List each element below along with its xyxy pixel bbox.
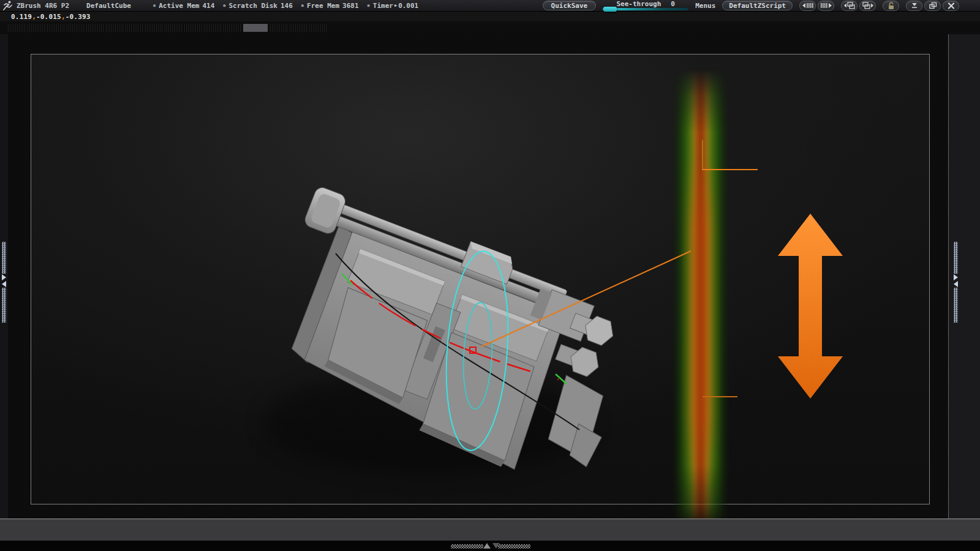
quicksave-button[interactable]: QuickSave xyxy=(543,1,597,10)
stat-timer: ● Timer ▶ 0.001 xyxy=(368,2,419,10)
zbrush-logo-icon xyxy=(2,1,13,10)
divider-arrows[interactable] xyxy=(2,274,6,287)
see-through-slider[interactable]: See-through 0 xyxy=(603,1,688,10)
see-through-track[interactable] xyxy=(603,8,688,10)
cascade-left-icon xyxy=(843,1,856,10)
left-tray-divider[interactable] xyxy=(2,34,7,519)
shelf-row xyxy=(0,21,980,34)
title-bar: ZBrush 4R6 P2 DefaultCube ● Active Mem 4… xyxy=(0,0,980,12)
stat-label: Timer xyxy=(373,2,393,10)
minimize-button[interactable] xyxy=(906,1,922,11)
shelf-segment-striped[interactable] xyxy=(270,24,287,32)
divider-buttons xyxy=(799,1,834,11)
shelf-segment-striped[interactable] xyxy=(126,24,143,32)
triangle-marker-icon: ▶ xyxy=(394,3,397,8)
bottom-scroll-strip xyxy=(0,541,980,551)
divider-right-icon xyxy=(820,2,832,9)
shelf-segments xyxy=(8,24,326,32)
see-through-value: 0 xyxy=(671,1,675,7)
right-tray-edge xyxy=(948,34,980,519)
cursor-coordinates: 0.119,-0.015,-0.393 xyxy=(11,13,91,21)
minimize-icon xyxy=(910,2,919,9)
coord-y: -0.015 xyxy=(36,13,61,21)
shelf-segment-striped[interactable] xyxy=(86,24,104,32)
restore-icon xyxy=(929,2,937,10)
arrow-left-icon xyxy=(954,281,958,287)
stat-label: Active Mem xyxy=(159,2,199,10)
default-zscript-button[interactable]: DefaultZScript xyxy=(722,1,793,10)
see-through-label: See-through xyxy=(616,1,661,7)
status-row: 0.119,-0.015,-0.393 xyxy=(0,12,980,21)
window-cascade-right-button[interactable] xyxy=(859,1,876,11)
arrow-right-icon xyxy=(954,274,958,280)
arrow-left-icon xyxy=(2,281,6,287)
bullet-icon: ● xyxy=(368,4,370,8)
stat-value: 0.001 xyxy=(398,2,418,10)
stat-value: 3681 xyxy=(342,2,359,10)
divider-collapse-left-button[interactable] xyxy=(799,1,816,11)
zbrush-app: { "app": { "title": "ZBrush 4R6 P2", "do… xyxy=(0,0,980,551)
divider-grip[interactable] xyxy=(2,288,6,323)
shelf-segment-striped[interactable] xyxy=(165,24,182,32)
app-title: ZBrush 4R6 P2 xyxy=(17,2,69,10)
window-control-buttons xyxy=(906,1,959,11)
coord-z: -0.393 xyxy=(66,13,91,21)
shelf-segment-striped[interactable] xyxy=(309,24,326,32)
shelf-segment-striped[interactable] xyxy=(28,24,45,32)
bottom-bar xyxy=(0,519,980,541)
horizontal-scrollbar-right[interactable] xyxy=(498,544,530,549)
shelf-segment-striped[interactable] xyxy=(145,24,162,32)
shelf-segment-striped[interactable] xyxy=(204,24,221,32)
arrow-right-icon xyxy=(2,274,6,280)
divider-collapse-right-button[interactable] xyxy=(818,1,834,11)
document-area[interactable] xyxy=(31,54,930,504)
stat-value: 414 xyxy=(202,2,214,10)
bullet-icon: ● xyxy=(153,4,156,8)
shelf-segment-striped[interactable] xyxy=(106,24,123,32)
stat-active-mem: ● Active Mem 414 xyxy=(153,2,214,10)
divider-arrows[interactable] xyxy=(954,274,958,287)
lock-icon xyxy=(887,2,895,10)
menus-label[interactable]: Menus xyxy=(695,2,715,10)
divider-grip[interactable] xyxy=(954,288,958,323)
divider-grip[interactable] xyxy=(2,242,6,274)
stat-scratch-disk: ● Scratch Disk 146 xyxy=(223,2,293,10)
title-bar-left: ZBrush 4R6 P2 DefaultCube ● Active Mem 4… xyxy=(2,1,543,10)
shelf-segment-striped[interactable] xyxy=(290,24,307,32)
shelf-segment-striped[interactable] xyxy=(224,24,241,32)
scroll-updown-arrows[interactable] xyxy=(483,543,500,549)
right-tray-divider[interactable] xyxy=(954,34,959,519)
shelf-segment-striped[interactable] xyxy=(8,24,25,32)
document-name[interactable]: DefaultCube xyxy=(86,2,131,10)
bullet-icon: ● xyxy=(301,4,304,8)
stat-label: Free Mem xyxy=(307,2,339,10)
shelf-segment-striped[interactable] xyxy=(67,24,84,32)
window-cascade-buttons xyxy=(841,1,876,11)
stat-free-mem: ● Free Mem 3681 xyxy=(301,2,359,10)
glow-stripe-core xyxy=(681,157,720,487)
coord-x: 0.119 xyxy=(11,13,32,21)
title-bar-right: QuickSave See-through 0 Menus DefaultZSc… xyxy=(543,1,959,11)
window-cascade-left-button[interactable] xyxy=(841,1,858,11)
shelf-segment-striped[interactable] xyxy=(47,24,64,32)
viewport-canvas[interactable] xyxy=(0,34,980,519)
arrow-up-icon xyxy=(483,543,491,549)
divider-left-icon xyxy=(802,2,814,9)
bullet-icon: ● xyxy=(223,4,225,8)
close-button[interactable] xyxy=(943,1,959,11)
see-through-handle[interactable] xyxy=(603,7,617,12)
memory-stats: ● Active Mem 414 ● Scratch Disk 146 ● Fr… xyxy=(153,2,418,10)
stat-value: 146 xyxy=(281,2,293,10)
stat-label: Scratch Disk xyxy=(229,2,277,10)
close-icon xyxy=(948,2,955,9)
shelf-segment-active[interactable] xyxy=(243,24,268,32)
lock-button[interactable] xyxy=(883,1,899,11)
horizontal-scrollbar-left[interactable] xyxy=(451,544,483,549)
cascade-right-icon xyxy=(862,1,874,10)
divider-grip[interactable] xyxy=(954,242,958,274)
shelf-segment-striped[interactable] xyxy=(184,24,202,32)
restore-button[interactable] xyxy=(924,1,941,11)
